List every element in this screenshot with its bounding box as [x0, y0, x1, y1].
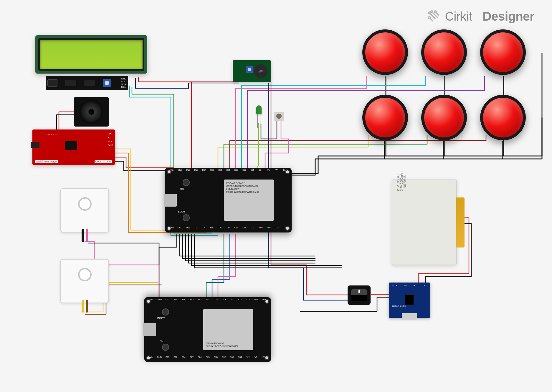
servo-hub-icon — [78, 197, 92, 211]
esp32-b[interactable]: EN BOOT ESP-WROOM-32 FCCID:2AC7Z-ESPWROO… — [144, 297, 271, 362]
en-label: EN — [160, 340, 163, 343]
mp3-title: Serial MP3 Player — [35, 160, 58, 163]
esp-b-pins-bot: 3V3GNDD15D2D4RX2TX2D5D18D19D21RX0TX0D22D… — [147, 298, 268, 303]
mp3-silk: J1 R1 C5 C4 — [44, 134, 58, 136]
lcd-16x2[interactable] — [35, 35, 147, 74]
mp3-brand: OPEN-SMART — [95, 160, 112, 163]
trim-pot[interactable] — [246, 66, 253, 73]
arcade-button-6[interactable] — [480, 95, 526, 140]
servo-1[interactable] — [60, 188, 109, 232]
esp-b-pins-top: VinGNDD13D12D14D27D26D25D33D32D35D34VNVP… — [147, 356, 268, 361]
esp-a-pins-top: VinGNDD13D12D14D27D26D25D33D32D35D34VNVP… — [168, 169, 289, 174]
en-button[interactable] — [162, 344, 169, 351]
boot-button[interactable] — [162, 308, 169, 315]
esp32-a[interactable]: EN BOOT ESP-WROOM-32 CC2DC-MC72ESPWROOM3… — [165, 168, 292, 232]
tp4056-charger[interactable]: OUT+ B+ B- OUT- 03962A C1 R5 — [389, 283, 430, 318]
boost-regulator[interactable]: 220 — [233, 60, 271, 82]
servo-2[interactable] — [60, 259, 109, 303]
servo-leads — [82, 229, 88, 242]
arcade-button-4[interactable] — [362, 95, 408, 140]
speaker-cone-icon — [80, 100, 103, 124]
circuit-icon — [427, 9, 441, 24]
i2c-pin-labels: GND VCC SDA SCL — [119, 78, 126, 89]
boot-button[interactable] — [183, 214, 190, 221]
lipo-battery[interactable]: DTP 605068 3.7V 2000mAh + 20170615 — [392, 180, 457, 265]
esp-shield-icon: ESP-WROOM-32 FCCID:2AC7Z-ESPWROOM32 — [203, 309, 253, 350]
esp-a-pins-bot: 3V3GNDD15D2D4RX2TX2D5D18D19D21RX0TX0D22D… — [168, 226, 289, 232]
aux-jack-icon — [31, 142, 39, 148]
micro-usb-icon — [164, 194, 177, 207]
tp-pin-labels: OUT+ B+ B- OUT- — [391, 284, 428, 287]
arcade-button-3[interactable] — [480, 29, 526, 75]
contrast-pot[interactable] — [103, 79, 111, 87]
esp-shield-icon: ESP-WROOM-32 CC2DC-MC72ESPWROOM32 211-16… — [224, 180, 274, 221]
brand-bold: Designer — [482, 9, 534, 24]
lcd-screen — [38, 38, 144, 71]
power-switch[interactable] — [348, 285, 371, 305]
en-label: EN — [180, 187, 184, 190]
arcade-button-2[interactable] — [421, 29, 467, 75]
status-led[interactable] — [256, 105, 262, 114]
backpack-ic2 — [84, 80, 95, 86]
en-button[interactable] — [183, 179, 190, 186]
servo-hub-icon — [78, 268, 92, 281]
inductor-icon: 220 — [252, 63, 269, 79]
app-logo: Cirkit Designer — [427, 9, 534, 24]
backpack-jack — [47, 79, 57, 87]
servo-leads — [82, 300, 88, 313]
lipo-label: DTP 605068 3.7V 2000mAh + 20170615 — [397, 172, 406, 191]
tp4056-ic — [405, 294, 414, 305]
lipo-tab-icon — [456, 197, 465, 248]
boot-label: BOOT — [178, 210, 186, 213]
backpack-ic — [65, 80, 76, 86]
brand-light: Cirkit — [445, 9, 472, 24]
mp3-player-module[interactable]: J1 R1 C5 C4 RX TX VCC GND Serial MP3 Pla… — [32, 129, 115, 165]
tp4056-silk: 03962A C1 R5 — [392, 305, 406, 307]
design-canvas[interactable]: Cirkit Designer — [0, 0, 552, 392]
speaker[interactable] — [74, 97, 109, 127]
micro-usb-icon — [143, 323, 156, 336]
i2c-backpack[interactable]: GND VCC SDA SCL — [46, 76, 128, 90]
boot-label: BOOT — [157, 317, 165, 320]
mp3-ic — [65, 141, 77, 150]
rocker-toggle-icon — [351, 289, 367, 301]
arcade-button-1[interactable] — [362, 29, 408, 75]
mp3-pins: RX TX VCC GND — [108, 132, 113, 147]
arcade-button-5[interactable] — [421, 95, 467, 140]
tact-button[interactable] — [274, 112, 284, 121]
micro-usb-icon — [402, 313, 417, 320]
